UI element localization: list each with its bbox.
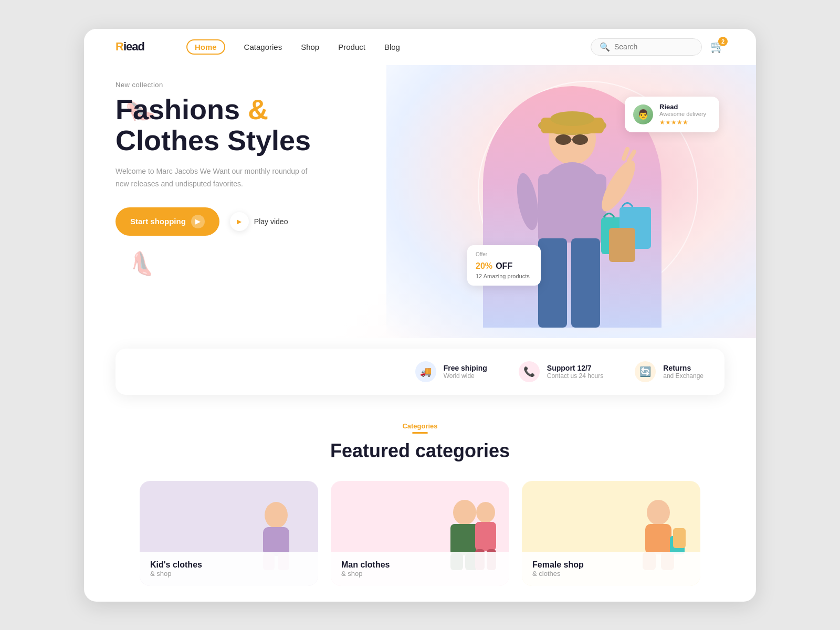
start-shopping-label: Start shopping <box>130 217 186 226</box>
shipping-sub: World wide <box>444 372 487 380</box>
offer-badge: Offer 20% OFF 12 Amazing products <box>467 245 541 286</box>
shipping-text: Free shiping World wide <box>444 364 487 380</box>
svg-point-3 <box>550 111 594 126</box>
nav-shop[interactable]: Shop <box>301 43 319 51</box>
hero-image-area: Offer 20% OFF 12 Amazing products 👨 Riea… <box>452 65 724 328</box>
man-card-title: Man clothes <box>341 560 499 570</box>
kids-card-title: Kid's clothes <box>150 560 308 570</box>
review-name: Riead <box>659 103 706 111</box>
svg-point-19 <box>265 502 288 528</box>
hero-section: 👠 👠 New collection Fashions & Clothes St… <box>84 65 756 338</box>
svg-point-27 <box>476 502 495 523</box>
category-card-kids[interactable]: Kid's clothes & shop <box>140 481 318 586</box>
service-support: 📞 Support 12/7 Contact us 24 hours <box>519 361 603 382</box>
nav-home[interactable]: Home <box>186 39 225 55</box>
services-bar: 🚚 Free shiping World wide 📞 Support 12/7… <box>116 349 724 395</box>
support-icon: 📞 <box>519 361 540 382</box>
hero-title: Fashions & Clothes Styles <box>116 94 378 156</box>
hero-description: Welcome to Marc Jacobs We Want our month… <box>116 165 315 191</box>
shipping-icon: 🚚 <box>415 361 436 382</box>
svg-rect-18 <box>609 228 635 262</box>
man-card-label: Man clothes & shop <box>331 552 509 586</box>
category-card-man[interactable]: Man clothes & shop <box>331 481 509 586</box>
logo[interactable]: Riead <box>116 40 144 54</box>
returns-icon: 🔄 <box>635 361 656 382</box>
female-card-title: Female shop <box>532 560 690 570</box>
svg-rect-10 <box>538 238 567 328</box>
nav-categories[interactable]: Catagories <box>244 43 282 51</box>
offer-label: Offer <box>476 251 532 257</box>
hero-title-line1: Fashions & <box>116 93 268 125</box>
svg-line-14 <box>624 149 627 159</box>
svg-line-15 <box>629 152 634 161</box>
returns-sub: and Exchange <box>663 372 704 380</box>
service-returns: 🔄 Returns and Exchange <box>635 361 704 382</box>
svg-point-23 <box>453 500 476 525</box>
kids-card-label: Kid's clothes & shop <box>140 552 318 586</box>
category-cards: Kid's clothes & shop <box>116 481 724 586</box>
shoe-decoration-2: 👠 <box>129 249 159 278</box>
svg-rect-24 <box>450 524 479 555</box>
nav-blog[interactable]: Blog <box>384 43 400 51</box>
svg-rect-9 <box>538 174 606 243</box>
search-bar[interactable]: 🔍 <box>591 38 702 56</box>
review-info: Riead Awesome delivery ★★★★★ <box>659 103 706 126</box>
review-badge: 👨 Riead Awesome delivery ★★★★★ <box>625 97 719 132</box>
nav-product[interactable]: Product <box>338 43 365 51</box>
svg-rect-28 <box>475 522 496 551</box>
support-title: Support 12/7 <box>547 364 603 372</box>
svg-rect-11 <box>571 238 600 328</box>
browser-frame: Riead Home Catagories Shop Product Blog … <box>84 29 756 602</box>
hero-content: New collection Fashions & Clothes Styles… <box>116 81 378 236</box>
logo-rest: iead <box>123 40 144 53</box>
svg-rect-32 <box>645 524 671 554</box>
hero-title-line2: Clothes Styles <box>116 124 311 156</box>
svg-point-12 <box>513 171 542 232</box>
nav-links: Home Catagories Shop Product Blog <box>186 39 591 55</box>
svg-point-4 <box>555 134 571 145</box>
search-input[interactable] <box>614 43 693 51</box>
man-card-sub: & shop <box>341 570 499 578</box>
returns-text: Returns and Exchange <box>663 364 704 380</box>
logo-r: R <box>116 40 123 53</box>
category-card-female[interactable]: Female shop & clothes <box>522 481 700 586</box>
review-stars: ★★★★★ <box>659 119 706 126</box>
support-text: Support 12/7 Contact us 24 hours <box>547 364 603 380</box>
svg-point-31 <box>647 500 670 525</box>
review-avatar: 👨 <box>633 104 653 124</box>
categories-title: Featured categories <box>116 440 724 462</box>
shipping-title: Free shiping <box>444 364 487 372</box>
hero-buttons: Start shopping ▶ ▶ Play video <box>116 207 378 236</box>
female-card-label: Female shop & clothes <box>522 552 700 586</box>
service-shipping: 🚚 Free shiping World wide <box>415 361 487 382</box>
categories-label: Categories <box>402 422 437 434</box>
play-video-button[interactable]: ▶ Play video <box>230 212 288 231</box>
new-collection-label: New collection <box>116 81 378 89</box>
returns-title: Returns <box>663 364 704 372</box>
female-card-sub: & clothes <box>532 570 690 578</box>
svg-point-5 <box>572 134 588 145</box>
start-shopping-button[interactable]: Start shopping ▶ <box>116 207 219 236</box>
offer-products: 12 Amazing products <box>476 273 532 279</box>
hero-ampersand: & <box>248 93 268 125</box>
search-icon: 🔍 <box>600 42 610 52</box>
categories-section: Categories Featured categories Kid's clo… <box>84 395 756 602</box>
cart-badge: 2 <box>718 37 728 46</box>
cart-button[interactable]: 🛒 2 <box>710 40 724 54</box>
kids-card-sub: & shop <box>150 570 308 578</box>
review-subtitle: Awesome delivery <box>659 111 706 117</box>
start-arrow-icon: ▶ <box>191 215 205 228</box>
nav-right: 🔍 🛒 2 <box>591 38 724 56</box>
offer-percent: 20% OFF <box>476 258 532 272</box>
svg-rect-36 <box>673 528 686 548</box>
navbar: Riead Home Catagories Shop Product Blog … <box>84 29 756 65</box>
play-video-label: Play video <box>254 217 288 226</box>
support-sub: Contact us 24 hours <box>547 372 603 380</box>
play-circle-icon: ▶ <box>230 212 249 231</box>
